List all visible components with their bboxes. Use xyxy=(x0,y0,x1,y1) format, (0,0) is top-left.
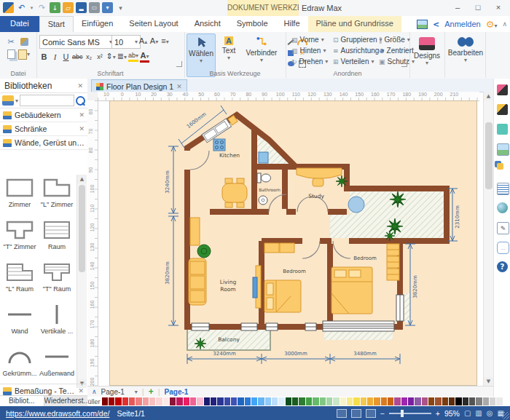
print-icon[interactable] xyxy=(89,2,100,13)
color-swatch[interactable] xyxy=(286,397,291,405)
resize-grip[interactable] xyxy=(502,412,509,419)
website-link[interactable]: https://www.edrawsoft.com/de/ xyxy=(6,409,109,418)
color-swatch[interactable] xyxy=(422,397,428,405)
close-button[interactable]: × xyxy=(488,0,509,15)
fit-page-icon[interactable]: ▢ xyxy=(464,409,471,417)
hyperlink-icon[interactable] xyxy=(497,202,508,213)
zoom-slider-thumb[interactable] xyxy=(401,410,404,417)
color-swatch[interactable] xyxy=(265,397,271,405)
undo-icon[interactable] xyxy=(16,2,27,13)
color-swatch[interactable] xyxy=(292,397,298,405)
scroll-up-icon[interactable]: ▲ xyxy=(484,92,493,100)
line-spacing-icon[interactable]: ⇕▾ xyxy=(106,51,116,63)
bearbeiten-button[interactable]: Bearbeiten▾ xyxy=(450,34,482,76)
note-icon[interactable] xyxy=(497,183,509,195)
save-icon[interactable] xyxy=(76,2,87,13)
import-icon[interactable] xyxy=(50,2,60,13)
color-swatch[interactable] xyxy=(211,397,216,405)
anordnen-zentriert[interactable]: ⊕Zentriert xyxy=(379,47,414,55)
zoom-in-button[interactable]: + xyxy=(436,409,440,418)
color-swatch[interactable] xyxy=(102,397,108,405)
shape-Außenwand[interactable]: Außenwand xyxy=(39,344,75,377)
document-tab[interactable]: Floor Plan Design 1 ✕ xyxy=(91,79,187,92)
close-library-icon[interactable]: ✕ xyxy=(79,111,85,119)
text-align-icon[interactable]: ≡▾ xyxy=(160,36,170,47)
search-icon[interactable] xyxy=(76,96,85,106)
page-select[interactable]: Page-1▾ xyxy=(101,388,138,396)
shape-Vertikale ...[interactable]: Vertikale ... xyxy=(39,301,75,335)
maximize-button[interactable]: □ xyxy=(468,0,488,15)
scroll-down-icon[interactable]: ▼ xyxy=(484,377,493,386)
color-swatch[interactable] xyxy=(156,397,162,405)
color-swatch[interactable] xyxy=(306,397,312,405)
undo-caret-icon[interactable] xyxy=(29,2,34,13)
color-swatch[interactable] xyxy=(115,397,121,405)
format-painter-icon[interactable] xyxy=(18,36,30,47)
color-swatch[interactable] xyxy=(476,397,482,405)
close-library-icon[interactable]: ✕ xyxy=(79,125,85,132)
tab-ansicht[interactable]: Ansicht xyxy=(187,16,229,32)
comment-icon[interactable] xyxy=(497,242,509,254)
library-menu-icon[interactable] xyxy=(2,95,14,106)
color-swatch[interactable] xyxy=(184,397,189,405)
page-tab[interactable]: Page-1 xyxy=(165,388,189,396)
color-swatch[interactable] xyxy=(176,397,182,405)
color-swatch[interactable] xyxy=(238,397,243,405)
attachment-icon[interactable] xyxy=(497,222,509,234)
color-swatch[interactable] xyxy=(278,397,284,405)
designs-button[interactable]: Designs▾ xyxy=(413,34,441,76)
color-swatch[interactable] xyxy=(401,397,407,405)
color-swatch[interactable] xyxy=(190,397,196,405)
shape-"T" Zimmer[interactable]: "T" Zimmer xyxy=(1,217,38,250)
zoom-level[interactable]: 95% xyxy=(444,409,460,418)
zoom-out-button[interactable]: − xyxy=(380,409,385,418)
view-normal-icon[interactable] xyxy=(337,409,347,418)
zoom-slider[interactable] xyxy=(389,413,431,414)
panel-tab-bibliothek[interactable]: Bibliot... xyxy=(0,396,44,407)
help-icon[interactable] xyxy=(497,261,508,272)
color-swatch[interactable] xyxy=(143,397,149,405)
library-search-input[interactable] xyxy=(20,95,74,106)
share-icon[interactable]: < xyxy=(433,20,439,29)
scrollbar-thumb[interactable] xyxy=(485,122,493,189)
fill-color-icon[interactable] xyxy=(497,124,508,135)
color-swatch[interactable] xyxy=(347,397,353,405)
anordnen-vorne[interactable]: ▤Vorne▾ xyxy=(291,36,324,44)
qat-more-icon[interactable] xyxy=(115,2,126,13)
color-swatch[interactable] xyxy=(449,397,455,405)
color-swatch[interactable] xyxy=(109,397,114,405)
anordnen-hinten[interactable]: ▥Hinten▾ xyxy=(291,47,326,55)
color-swatch[interactable] xyxy=(442,397,448,405)
shape-"T" Raum[interactable]: "T" Raum xyxy=(39,259,75,293)
color-swatch[interactable] xyxy=(415,397,420,405)
color-swatch[interactable] xyxy=(435,397,441,405)
color-swatch[interactable] xyxy=(469,397,475,405)
tab-pläne-und-grundrisse[interactable]: Pläne und Grundrisse xyxy=(308,16,401,32)
settings-gear-icon[interactable]: ⚙▾ xyxy=(486,19,498,30)
color-swatch[interactable] xyxy=(245,397,251,405)
close-library-icon[interactable]: ✕ xyxy=(78,387,84,395)
fit-width-icon[interactable]: ▥ xyxy=(475,409,482,417)
color-swatch[interactable] xyxy=(149,397,155,405)
color-swatch[interactable] xyxy=(313,397,318,405)
color-swatch[interactable] xyxy=(217,397,223,405)
canvas-vertical-scrollbar[interactable]: ▲ ▼ xyxy=(483,92,494,386)
color-swatch[interactable] xyxy=(231,397,237,405)
bullet-list-icon[interactable]: ≣▾ xyxy=(117,51,127,63)
color-swatch[interactable] xyxy=(163,397,169,405)
tab-start[interactable]: Start xyxy=(39,16,74,32)
close-panel-icon[interactable]: ✕ xyxy=(77,82,83,90)
color-swatch[interactable] xyxy=(299,397,305,405)
panel-tab-wiederherstellen[interactable]: Wiederherst... xyxy=(44,396,88,407)
superscript-button[interactable]: x² xyxy=(95,52,105,63)
copy-icon[interactable] xyxy=(5,49,17,60)
color-swatch[interactable] xyxy=(483,397,489,405)
color-swatch[interactable] xyxy=(381,397,387,405)
library-item-bemassung[interactable]: Bemaßung - Technik xyxy=(15,387,75,395)
strikethrough-button[interactable]: abc xyxy=(72,52,83,63)
italic-button[interactable]: I xyxy=(50,52,60,63)
color-swatch[interactable] xyxy=(408,397,414,405)
shrink-font-button[interactable]: A▾ xyxy=(149,36,159,47)
add-page-button[interactable]: + xyxy=(149,387,154,397)
bold-button[interactable]: B xyxy=(39,52,49,63)
